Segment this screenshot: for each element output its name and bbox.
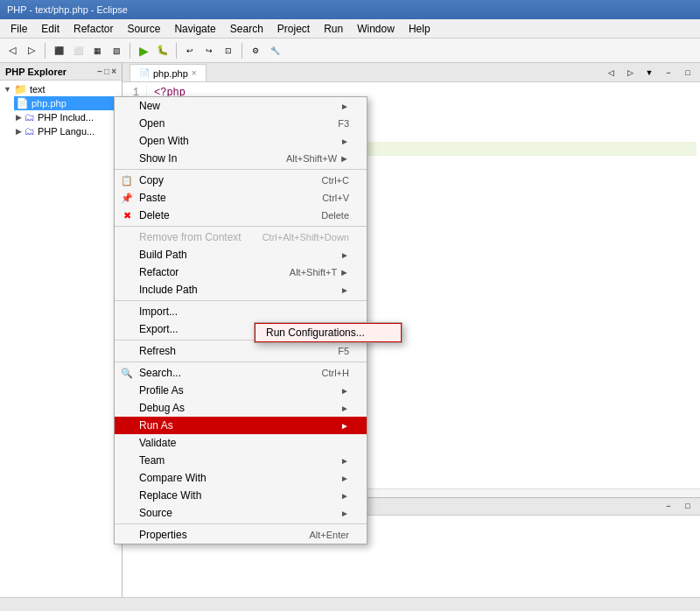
- editor-tab-php[interactable]: 📄 php.php ×: [130, 64, 206, 81]
- bottom-min-btn[interactable]: −: [660, 497, 677, 515]
- menu-project[interactable]: Project: [270, 19, 317, 38]
- ctx-remove-context-label: Remove from Context: [139, 231, 242, 243]
- tree-include-label: PHP Includ...: [38, 112, 94, 123]
- toolbar-btn9[interactable]: ⚙: [247, 42, 264, 60]
- editor-max[interactable]: □: [679, 64, 696, 81]
- explorer-tree: ▼ 📁 text 📄 php.php ▶ 🗂 PHP Includ... ▶ 🗂: [0, 81, 122, 611]
- explorer-maximize-icon[interactable]: □: [104, 67, 109, 76]
- menu-run[interactable]: Run: [317, 19, 350, 38]
- ctx-new[interactable]: New ►: [115, 97, 367, 115]
- menu-refactor[interactable]: Refactor: [66, 19, 120, 38]
- ctx-source-arrow: ►: [340, 509, 349, 518]
- tree-file-item[interactable]: 📄 php.php: [14, 96, 120, 110]
- ctx-open[interactable]: Open F3: [115, 115, 367, 132]
- status-text: [5, 600, 8, 609]
- toolbar-run-btn[interactable]: ▶: [135, 42, 152, 60]
- menu-search[interactable]: Search: [223, 19, 270, 38]
- ctx-search-shortcut: Ctrl+H: [322, 368, 349, 378]
- bottom-max-btn[interactable]: □: [679, 497, 696, 515]
- ctx-include-path[interactable]: Include Path ►: [115, 281, 367, 298]
- submenu-run-configs[interactable]: Run Configurations...: [255, 323, 402, 342]
- editor-min[interactable]: −: [660, 64, 677, 81]
- ctx-refactor[interactable]: Refactor Alt+Shift+T ►: [115, 263, 367, 281]
- tree-root[interactable]: ▼ 📁 text: [2, 82, 120, 96]
- toolbar-btn8[interactable]: ⊡: [220, 42, 237, 60]
- ctx-search[interactable]: 🔍 Search... Ctrl+H: [115, 364, 367, 382]
- ctx-properties-shortcut: Alt+Enter: [309, 530, 349, 540]
- ctx-validate-label: Validate: [139, 437, 176, 449]
- ctx-profile-as[interactable]: Profile As ►: [115, 382, 367, 399]
- ctx-import[interactable]: Import...: [115, 303, 367, 320]
- ctx-debug-as-arrow: ►: [340, 404, 349, 413]
- toolbar-debug-btn[interactable]: 🐛: [154, 42, 172, 60]
- toolbar-new-btn[interactable]: ◁: [4, 42, 21, 60]
- ctx-source[interactable]: Source ►: [115, 504, 367, 522]
- explorer-header: PHP Explorer − □ ×: [0, 63, 122, 81]
- tree-lang-item[interactable]: ▶ 🗂 PHP Langu...: [14, 124, 120, 138]
- explorer-close-icon[interactable]: ×: [111, 67, 116, 76]
- menu-navigate[interactable]: Navigate: [167, 19, 222, 38]
- ctx-profile-as-arrow: ►: [340, 386, 349, 396]
- toolbar-btn3[interactable]: ⬜: [69, 42, 87, 60]
- ctx-debug-as-label: Debug As: [139, 402, 185, 414]
- ctx-delete[interactable]: ✖ Delete Delete: [115, 207, 367, 224]
- tree-root-label: text: [30, 84, 46, 95]
- ctx-copy-shortcut: Ctrl+C: [322, 175, 349, 186]
- ctx-search-label: Search...: [139, 367, 181, 379]
- toolbar-btn4[interactable]: ▦: [88, 42, 106, 60]
- ctx-copy-icon: 📋: [120, 173, 134, 187]
- ctx-properties[interactable]: Properties Alt+Enter: [115, 526, 367, 544]
- tree-root-arrow: ▼: [4, 85, 11, 94]
- ctx-copy[interactable]: 📋 Copy Ctrl+C: [115, 172, 367, 189]
- menu-help[interactable]: Help: [402, 19, 438, 38]
- toolbar-back-btn[interactable]: ▷: [23, 42, 40, 60]
- ctx-validate[interactable]: Validate: [115, 434, 367, 452]
- ctx-build-path-label: Build Path: [139, 249, 187, 261]
- tree-file-icon: 📄: [16, 97, 29, 109]
- ctx-open-label: Open: [139, 117, 164, 130]
- editor-dropdown[interactable]: ▼: [640, 64, 658, 81]
- ctx-paste[interactable]: 📌 Paste Ctrl+V: [115, 189, 367, 207]
- ctx-delete-shortcut: Delete: [321, 210, 349, 221]
- explorer-title: PHP Explorer: [5, 67, 66, 77]
- ctx-compare-with[interactable]: Compare With ►: [115, 469, 367, 487]
- editor-nav-back[interactable]: ◁: [602, 64, 620, 81]
- menu-edit[interactable]: Edit: [34, 19, 66, 38]
- ctx-replace-with[interactable]: Replace With ►: [115, 487, 367, 504]
- ctx-show-in[interactable]: Show In Alt+Shift+W ►: [115, 150, 367, 167]
- toolbar-btn2[interactable]: ⬛: [50, 42, 67, 60]
- ctx-sep2: [115, 226, 367, 227]
- editor-nav-fwd[interactable]: ▷: [621, 64, 639, 81]
- menu-window[interactable]: Window: [350, 19, 402, 38]
- toolbar-btn6[interactable]: ↩: [181, 42, 199, 60]
- ctx-sep1: [115, 169, 367, 170]
- ctx-build-path[interactable]: Build Path ►: [115, 246, 367, 263]
- ctx-profile-as-label: Profile As: [139, 384, 184, 397]
- editor-tab-bar: 📄 php.php × ◁ ▷ ▼ − □: [122, 63, 700, 82]
- ctx-replace-with-arrow: ►: [340, 491, 349, 501]
- tree-root-folder-icon: 📁: [14, 83, 27, 95]
- ctx-build-path-arrow: ►: [340, 250, 349, 260]
- toolbar-btn10[interactable]: 🔧: [266, 42, 284, 60]
- ctx-debug-as[interactable]: Debug As ►: [115, 399, 367, 417]
- menu-file[interactable]: File: [4, 19, 34, 38]
- toolbar-btn5[interactable]: ▧: [108, 42, 125, 60]
- ctx-run-as[interactable]: Run As ►: [115, 417, 367, 434]
- ctx-open-with[interactable]: Open With ►: [115, 132, 367, 150]
- ctx-run-as-arrow: ►: [340, 421, 349, 431]
- ctx-export-label: Export...: [139, 323, 178, 335]
- editor-tab-close[interactable]: ×: [192, 68, 197, 78]
- tree-include-item[interactable]: ▶ 🗂 PHP Includ...: [14, 110, 120, 124]
- ctx-refresh[interactable]: Refresh F5: [115, 342, 367, 360]
- toolbar-sep2: [130, 43, 130, 59]
- toolbar-btn7[interactable]: ↪: [200, 42, 218, 60]
- ctx-sep6: [115, 523, 367, 524]
- ctx-team[interactable]: Team ►: [115, 452, 367, 469]
- explorer-minimize-icon[interactable]: −: [97, 67, 102, 76]
- explorer-header-icons: − □ ×: [97, 67, 116, 76]
- menu-source[interactable]: Source: [120, 19, 167, 38]
- ctx-run-as-label: Run As: [139, 419, 173, 432]
- ctx-remove-shortcut: Ctrl+Alt+Shift+Down: [262, 232, 349, 242]
- editor-tab-icon: 📄: [139, 68, 150, 78]
- toolbar-sep3: [176, 43, 177, 59]
